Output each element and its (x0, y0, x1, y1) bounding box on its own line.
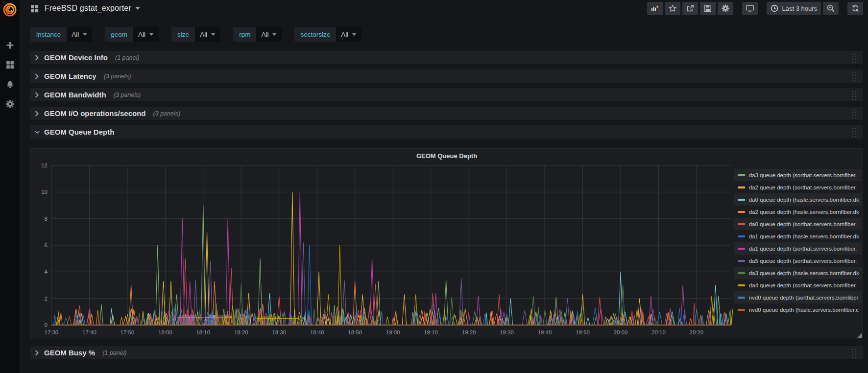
legend-series-swatch-icon (738, 248, 745, 250)
dashboard-settings-button[interactable] (718, 2, 733, 15)
sidebar (0, 0, 20, 373)
legend-item[interactable]: da3 queue depth (hasle.servers.bornfiber… (734, 267, 862, 279)
variable-geom: geomAll (105, 27, 159, 42)
row-drag-handle-icon[interactable] (851, 53, 857, 63)
row-title: GEOM Device Info (44, 53, 108, 62)
legend-series-swatch-icon (738, 297, 745, 299)
time-range-picker-button[interactable]: Last 3 hours (767, 2, 821, 15)
configuration-gear-icon[interactable] (5, 99, 14, 108)
dashboard-title-caret-icon[interactable] (135, 7, 140, 10)
add-panel-button[interactable] (647, 2, 663, 15)
sidebar-menu (5, 41, 14, 108)
svg-text:6: 6 (45, 242, 48, 248)
legend-series-swatch-icon (738, 260, 745, 262)
row-drag-handle-icon[interactable] (851, 90, 857, 100)
svg-text:20:00: 20:00 (614, 329, 628, 335)
variable-value-dropdown-size[interactable]: All (195, 27, 220, 42)
share-dashboard-button[interactable] (682, 2, 698, 15)
svg-text:12: 12 (41, 163, 48, 168)
row-header-geom-i-o-operations-second[interactable]: GEOM I/O operations/second(3 panels) (30, 107, 863, 120)
variable-value-dropdown-rpm[interactable]: All (256, 27, 282, 42)
create-plus-icon[interactable] (5, 41, 14, 49)
legend-series-label: da2 queue depth (sorthat.servers.bornfib… (749, 185, 857, 190)
zoom-out-time-button[interactable] (823, 2, 839, 15)
svg-text:20:20: 20:20 (690, 329, 704, 335)
row-drag-handle-icon[interactable] (851, 71, 857, 81)
dashboard-breadcrumb-icon[interactable] (30, 4, 39, 13)
svg-text:18:40: 18:40 (310, 329, 324, 335)
row-drag-handle-icon[interactable] (851, 109, 857, 118)
svg-text:19:10: 19:10 (424, 329, 438, 335)
legend-item[interactable]: da0 queue depth (hasle.servers.bornfiber… (734, 193, 862, 206)
variable-instance: instanceAll (30, 27, 92, 42)
row-drag-handle-icon[interactable] (851, 127, 857, 137)
refresh-dashboard-button[interactable] (847, 2, 863, 15)
svg-text:8: 8 (45, 216, 48, 222)
row-drag-handle-icon[interactable] (851, 348, 857, 358)
chevron-right-icon (35, 92, 40, 98)
legend-series-swatch-icon (738, 186, 745, 188)
legend-series-label: nvd0 queue depth (sorthat.servers.bornfi… (749, 295, 859, 301)
legend-item[interactable]: da5 queue depth (sorthat.servers.bornfib… (734, 255, 862, 267)
svg-text:20:10: 20:10 (651, 329, 666, 335)
row-title: GEOM Bandwidth (44, 91, 106, 99)
variable-label-geom: geom (105, 27, 133, 42)
row-header-geom-device-info[interactable]: GEOM Device Info(1 panel) (30, 51, 863, 64)
dashboard-title[interactable]: FreeBSD gstat_exporter (45, 4, 131, 13)
dashboard-rows: GEOM Device Info(1 panel)GEOM Latency(3 … (30, 51, 863, 359)
variable-value-dropdown-instance[interactable]: All (67, 27, 92, 42)
dashboard-navbar: FreeBSD gstat_exporter Last 3 hours (30, 0, 863, 17)
row-header-geom-busy[interactable]: GEOM Busy %(1 panel) (30, 346, 863, 359)
row-panel-count: (1 panel) (102, 350, 126, 356)
svg-text:17:30: 17:30 (45, 329, 59, 335)
variable-current-value: All (261, 31, 268, 38)
legend-series-label: da4 queue depth (sorthat.servers.bornfib… (749, 282, 857, 288)
chart-plot-area[interactable]: 17:3017:4017:5018:0018:1018:2018:3018:40… (32, 163, 734, 337)
legend-series-label: da3 queue depth (hasle.servers.bornfiber… (749, 270, 859, 276)
panel-resize-handle-icon[interactable] (857, 333, 862, 338)
legend-item[interactable]: da2 queue depth (hasle.servers.bornfiber… (734, 206, 862, 218)
chevron-down-icon (35, 129, 40, 135)
legend-series-swatch-icon (738, 235, 745, 237)
legend-item[interactable]: da1 queue depth (sorthat.servers.bornfib… (734, 242, 862, 255)
caret-down-icon (272, 33, 277, 36)
legend-series-label: da1 queue depth (sorthat.servers.bornfib… (749, 246, 857, 252)
variable-value-dropdown-geom[interactable]: All (133, 27, 159, 42)
save-dashboard-button[interactable] (700, 2, 716, 15)
row-header-geom-latency[interactable]: GEOM Latency(3 panels) (30, 70, 863, 83)
legend-series-swatch-icon (738, 223, 745, 225)
variable-label-instance: instance (30, 27, 67, 42)
row-header-geom-queue-depth[interactable]: GEOM Queue Depth (30, 125, 863, 139)
grafana-logo[interactable] (2, 2, 17, 17)
svg-text:19:20: 19:20 (462, 329, 476, 335)
legend-series-swatch-icon (738, 284, 745, 286)
legend-item[interactable]: da4 queue depth (sorthat.servers.bornfib… (734, 279, 862, 291)
svg-text:17:50: 17:50 (121, 329, 135, 335)
legend-item[interactable]: da3 queue depth (sorthat.servers.bornfib… (734, 169, 862, 181)
template-variables-bar: instanceAllgeomAllsizeAllrpmAllsectorsiz… (30, 27, 863, 42)
variable-value-dropdown-sectorsize[interactable]: All (336, 27, 362, 42)
svg-text:18:50: 18:50 (348, 329, 362, 335)
chart-legend: da3 queue depth (sorthat.servers.bornfib… (734, 163, 862, 337)
caret-down-icon (83, 33, 87, 36)
legend-item[interactable]: nvd0 queue depth (sorthat.servers.bornfi… (734, 291, 862, 303)
row-panel-count: (1 panel) (115, 54, 139, 61)
legend-item[interactable]: da0 queue depth (sorthat.servers.bornfib… (734, 218, 862, 230)
svg-text:2: 2 (45, 296, 48, 302)
legend-item[interactable]: da2 queue depth (sorthat.servers.bornfib… (734, 181, 862, 193)
panel-geom-queue-depth: GEOM Queue Depth17:3017:4017:5018:0018:1… (30, 148, 863, 339)
svg-text:19:50: 19:50 (576, 329, 590, 335)
alerting-bell-icon[interactable] (5, 80, 14, 89)
legend-item[interactable]: nvd0 queue depth (hasle.servers.bornfibe… (734, 303, 862, 316)
row-title: GEOM Latency (44, 72, 96, 80)
caret-down-icon (149, 33, 154, 36)
panel-title[interactable]: GEOM Queue Depth (31, 152, 863, 160)
row-title: GEOM I/O operations/second (44, 109, 146, 117)
variable-size: sizeAll (171, 27, 220, 42)
legend-item[interactable]: da1 queue depth (hasle.servers.bornfiber… (734, 230, 862, 242)
variable-label-size: size (171, 27, 195, 42)
row-header-geom-bandwidth[interactable]: GEOM Bandwidth(3 panels) (30, 88, 863, 101)
cycle-view-mode-button[interactable] (742, 2, 758, 15)
star-dashboard-button[interactable] (665, 2, 680, 15)
dashboards-icon[interactable] (5, 60, 14, 69)
